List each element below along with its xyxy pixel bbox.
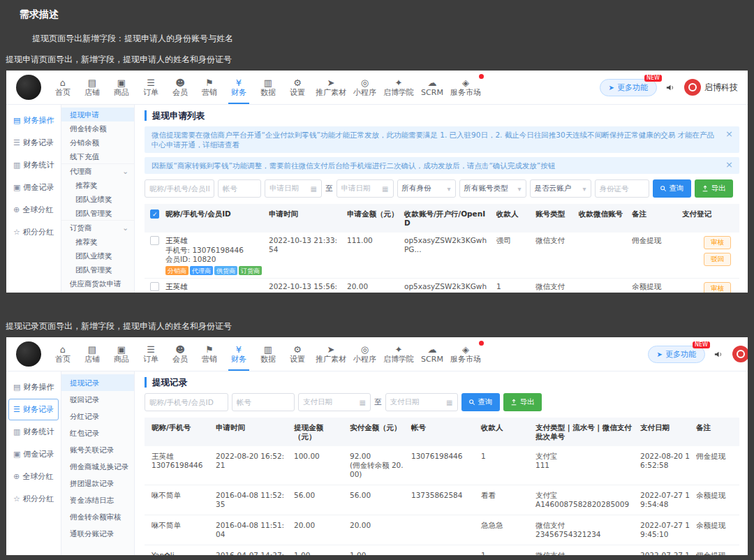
nav-item[interactable]: ☁ SCRM: [417, 71, 447, 104]
identity-select[interactable]: 所有身份 ▾: [397, 179, 456, 198]
sidebar1-item[interactable]: ☆ 积分分红: [8, 221, 59, 243]
sidebar1-item[interactable]: ▣ 佣金记录: [8, 443, 59, 465]
more-features-button[interactable]: ➤ 更多功能 NEW: [600, 79, 657, 96]
sidebar1-item[interactable]: ⊕ 全球分红: [8, 466, 59, 487]
menu-item[interactable]: 团队管理奖: [61, 263, 134, 277]
sidebar1-item[interactable]: ▤ 财务操作: [8, 110, 59, 131]
approve-button[interactable]: 审核: [704, 236, 731, 249]
menu-item[interactable]: 拼团退款记录: [61, 475, 134, 492]
nav-item[interactable]: ▣ 商品: [107, 71, 136, 104]
sidebar1-item[interactable]: ⊕ 全球分红: [8, 199, 59, 221]
select-all-checkbox[interactable]: [150, 209, 159, 219]
nav-item[interactable]: ▤ 店铺: [77, 71, 107, 104]
date-end-picker[interactable]: 申请日期 ▦: [337, 179, 394, 198]
nav-item[interactable]: ¥ 财务: [224, 71, 253, 104]
more-features-button[interactable]: ➤ 更多功能 NEW: [648, 346, 705, 363]
announcement-icon[interactable]: [714, 349, 724, 360]
menu-item[interactable]: 提现申请: [61, 108, 134, 121]
menu-item[interactable]: 资金冻结日志: [61, 492, 134, 508]
menu-item[interactable]: 团队业绩奖: [61, 192, 134, 206]
export-icon: [510, 399, 517, 406]
account-input[interactable]: [218, 179, 261, 198]
nav-item[interactable]: ☻ 会员: [165, 71, 195, 104]
nav-item[interactable]: ⚑ 营销: [195, 71, 224, 104]
sidebar1-item[interactable]: ▥ 财务统计: [8, 421, 59, 443]
nav-item[interactable]: ¥ 财务: [224, 337, 253, 371]
member-name[interactable]: 王英雄: [165, 236, 263, 245]
sidebar1-item[interactable]: ☰ 财务记录: [8, 132, 59, 154]
menu-item[interactable]: 驳回记录: [61, 391, 134, 408]
sidebar1-item[interactable]: ▥ 财务统计: [8, 154, 59, 176]
menu-item[interactable]: 分红记录: [61, 408, 134, 425]
menu-item[interactable]: 团队管理奖: [61, 206, 134, 220]
nav-item[interactable]: ☁ SCRM: [417, 337, 447, 371]
nav-item[interactable]: ✦ 启博学院: [380, 337, 417, 371]
menu-item[interactable]: 线下充值: [61, 149, 134, 163]
menu-item[interactable]: 推荐奖: [61, 235, 134, 249]
nav-item[interactable]: ▥ 数据: [253, 337, 283, 371]
nav-item[interactable]: ⌂ 首页: [48, 337, 77, 371]
search-button[interactable]: 查询: [461, 393, 500, 411]
row-checkbox[interactable]: [150, 282, 159, 291]
idcard-input[interactable]: [595, 179, 649, 198]
member-name[interactable]: 咻不简单: [151, 491, 210, 500]
nav-item[interactable]: ☰ 订单: [136, 337, 165, 371]
menu-item[interactable]: 账号关联记录: [61, 441, 134, 458]
announcement-icon[interactable]: [665, 82, 676, 93]
nav-item[interactable]: ✦ 启博学院: [380, 71, 417, 104]
note: 余额提现: [696, 491, 739, 500]
nav-item[interactable]: ▣ 商品: [107, 337, 136, 371]
close-icon[interactable]: ×: [725, 160, 733, 170]
approve-button[interactable]: 审核: [704, 282, 731, 293]
nav-item[interactable]: ➤ 推广素材: [312, 71, 350, 104]
menu-item[interactable]: 代理商: [61, 163, 134, 178]
close-icon[interactable]: ×: [725, 129, 733, 139]
menu-item[interactable]: 佣金商城兑换记录: [61, 458, 134, 475]
menu-item[interactable]: 通联分账记录: [61, 525, 134, 542]
member-name[interactable]: 咻不简单: [151, 521, 210, 530]
date-start-picker[interactable]: 支付日期 ▦: [298, 393, 371, 411]
nav-item[interactable]: ⚑ 营销: [195, 337, 224, 371]
nav-item[interactable]: ➤ 推广素材: [312, 337, 350, 371]
keyword-input[interactable]: [145, 393, 228, 411]
menu-item[interactable]: 红包记录: [61, 425, 134, 441]
row-checkbox[interactable]: [150, 236, 159, 245]
menu-item[interactable]: 推荐奖: [61, 178, 134, 192]
menu-item[interactable]: 佣金转余额: [61, 121, 134, 135]
nav-item[interactable]: ☰ 订单: [136, 71, 165, 104]
menu-item[interactable]: 供应商货款申请: [61, 277, 134, 290]
account-type-select[interactable]: 所有账号类型 ▾: [459, 179, 526, 198]
export-button[interactable]: 导出: [503, 393, 542, 411]
sidebar1-item[interactable]: ▤ 财务操作: [8, 376, 59, 398]
nav-item[interactable]: ◈ 服务市场: [447, 337, 485, 371]
sidebar1-item[interactable]: ▣ 佣金记录: [8, 177, 59, 198]
nav-item[interactable]: ☻ 会员: [165, 337, 195, 371]
nav-item[interactable]: ◎ 小程序: [350, 71, 380, 104]
sidebar1-item[interactable]: ☰ 财务记录: [8, 399, 59, 420]
member-name[interactable]: Yan✿li: [151, 551, 210, 555]
menu-item[interactable]: 提现记录: [61, 374, 134, 391]
date-end-picker[interactable]: 支付日期 ▦: [385, 393, 458, 411]
member-name[interactable]: 王英雄: [151, 452, 210, 461]
cloud-account-select[interactable]: 是否云账户 ▾: [530, 179, 591, 198]
menu-item[interactable]: 供应商提现记录: [61, 290, 134, 293]
nav-item[interactable]: ▥ 数据: [253, 71, 283, 104]
menu-item[interactable]: 分销余额: [61, 135, 134, 149]
search-button[interactable]: 查询: [653, 179, 691, 198]
menu-item[interactable]: 佣金转余额审核: [61, 508, 134, 525]
nav-item[interactable]: ▤ 店铺: [77, 337, 107, 371]
export-button[interactable]: 导出: [695, 179, 733, 198]
reject-button[interactable]: 驳回: [704, 253, 731, 266]
sidebar1-item[interactable]: ☆ 积分分红: [8, 488, 59, 510]
date-start-picker[interactable]: 申请日期 ▦: [265, 179, 322, 198]
nav-item[interactable]: ⚙ 设置: [283, 71, 312, 104]
menu-item[interactable]: 团队业绩奖: [61, 249, 134, 263]
nav-item[interactable]: ◎ 小程序: [350, 337, 380, 371]
nav-item[interactable]: ⚙ 设置: [283, 337, 312, 371]
keyword-input[interactable]: [145, 179, 214, 198]
account-input[interactable]: [232, 393, 295, 411]
menu-item[interactable]: 订货商: [61, 220, 134, 235]
nav-item[interactable]: ⌂ 首页: [48, 71, 77, 104]
nav-item[interactable]: ◈ 服务市场: [447, 71, 485, 104]
member-name[interactable]: 王英雄: [165, 282, 263, 291]
